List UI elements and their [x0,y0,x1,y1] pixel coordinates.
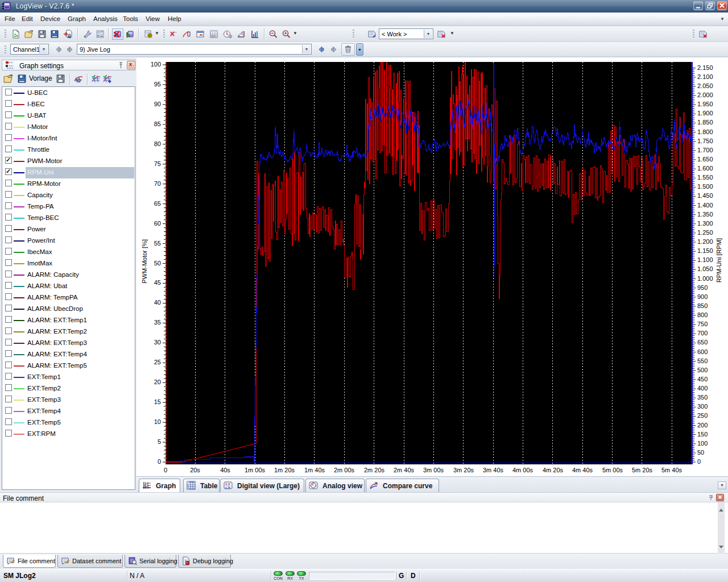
svg-text:1: 1 [241,31,243,35]
svg-text:c.8: c.8 [225,486,230,489]
svg-text:xxx: xxx [211,34,216,38]
